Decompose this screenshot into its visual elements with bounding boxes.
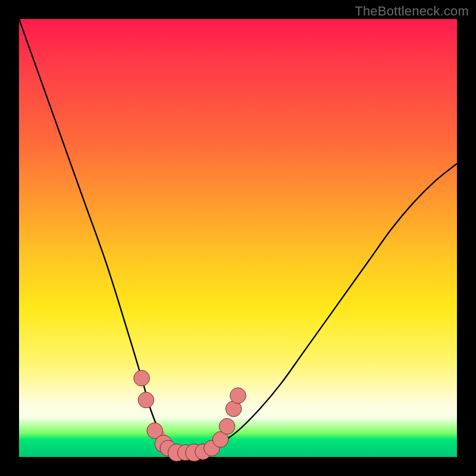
data-marker bbox=[138, 392, 154, 408]
plot-area bbox=[19, 19, 457, 457]
data-marker bbox=[230, 388, 246, 404]
marker-group bbox=[134, 370, 246, 461]
watermark-text: TheBottleneck.com bbox=[355, 4, 469, 19]
chart-frame: TheBottleneck.com bbox=[0, 0, 476, 476]
data-marker bbox=[134, 370, 150, 386]
curve-svg bbox=[19, 19, 457, 457]
data-marker bbox=[219, 418, 235, 434]
